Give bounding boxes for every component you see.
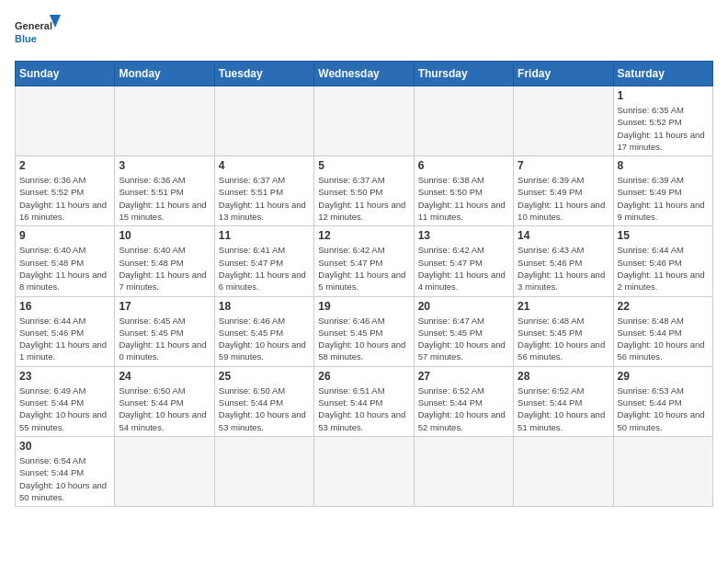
week-row-3: 16Sunrise: 6:44 AM Sunset: 5:46 PM Dayli… bbox=[16, 296, 713, 366]
calendar-cell: 27Sunrise: 6:52 AM Sunset: 5:44 PM Dayli… bbox=[414, 366, 513, 436]
day-info: Sunrise: 6:42 AM Sunset: 5:47 PM Dayligh… bbox=[318, 244, 409, 293]
day-number: 5 bbox=[318, 159, 409, 172]
calendar-cell: 9Sunrise: 6:40 AM Sunset: 5:48 PM Daylig… bbox=[16, 226, 115, 296]
day-info: Sunrise: 6:49 AM Sunset: 5:44 PM Dayligh… bbox=[19, 385, 110, 433]
week-row-2: 9Sunrise: 6:40 AM Sunset: 5:48 PM Daylig… bbox=[16, 226, 713, 296]
day-number: 28 bbox=[518, 370, 609, 383]
day-number: 18 bbox=[219, 300, 310, 313]
day-info: Sunrise: 6:42 AM Sunset: 5:47 PM Dayligh… bbox=[418, 244, 509, 293]
calendar-cell: 15Sunrise: 6:44 AM Sunset: 5:46 PM Dayli… bbox=[613, 226, 712, 296]
calendar-cell: 28Sunrise: 6:52 AM Sunset: 5:44 PM Dayli… bbox=[514, 366, 613, 436]
calendar-cell bbox=[414, 436, 513, 506]
day-number: 24 bbox=[119, 370, 210, 383]
calendar-cell bbox=[613, 436, 712, 506]
calendar-cell: 4Sunrise: 6:37 AM Sunset: 5:51 PM Daylig… bbox=[214, 156, 313, 226]
day-info: Sunrise: 6:39 AM Sunset: 5:49 PM Dayligh… bbox=[518, 174, 609, 223]
day-number: 22 bbox=[618, 300, 709, 313]
day-number: 15 bbox=[618, 229, 709, 242]
logo: GeneralBlue bbox=[15, 15, 61, 52]
weekday-header-wednesday: Wednesday bbox=[314, 62, 414, 86]
calendar-cell: 1Sunrise: 6:35 AM Sunset: 5:52 PM Daylig… bbox=[613, 86, 712, 156]
calendar-cell: 17Sunrise: 6:45 AM Sunset: 5:45 PM Dayli… bbox=[115, 296, 214, 366]
day-number: 14 bbox=[518, 229, 609, 242]
calendar-cell bbox=[314, 86, 414, 156]
day-info: Sunrise: 6:46 AM Sunset: 5:45 PM Dayligh… bbox=[219, 315, 310, 363]
weekday-header-row: SundayMondayTuesdayWednesdayThursdayFrid… bbox=[16, 62, 713, 86]
calendar-cell: 16Sunrise: 6:44 AM Sunset: 5:46 PM Dayli… bbox=[16, 296, 115, 366]
day-info: Sunrise: 6:48 AM Sunset: 5:45 PM Dayligh… bbox=[518, 315, 609, 363]
day-number: 26 bbox=[318, 370, 409, 383]
day-number: 20 bbox=[418, 300, 509, 313]
day-info: Sunrise: 6:35 AM Sunset: 5:52 PM Dayligh… bbox=[618, 104, 709, 153]
weekday-header-sunday: Sunday bbox=[16, 62, 115, 86]
calendar-cell: 12Sunrise: 6:42 AM Sunset: 5:47 PM Dayli… bbox=[314, 226, 414, 296]
day-info: Sunrise: 6:40 AM Sunset: 5:48 PM Dayligh… bbox=[119, 244, 210, 293]
week-row-4: 23Sunrise: 6:49 AM Sunset: 5:44 PM Dayli… bbox=[16, 366, 713, 436]
calendar-cell bbox=[514, 86, 613, 156]
day-number: 3 bbox=[119, 159, 210, 172]
day-number: 23 bbox=[19, 370, 110, 383]
day-number: 1 bbox=[618, 89, 709, 102]
calendar-cell bbox=[16, 86, 115, 156]
weekday-header-saturday: Saturday bbox=[613, 62, 712, 86]
day-info: Sunrise: 6:48 AM Sunset: 5:44 PM Dayligh… bbox=[618, 315, 709, 363]
day-info: Sunrise: 6:45 AM Sunset: 5:45 PM Dayligh… bbox=[119, 315, 210, 363]
day-info: Sunrise: 6:38 AM Sunset: 5:50 PM Dayligh… bbox=[418, 174, 509, 223]
day-info: Sunrise: 6:52 AM Sunset: 5:44 PM Dayligh… bbox=[518, 385, 609, 433]
day-info: Sunrise: 6:37 AM Sunset: 5:51 PM Dayligh… bbox=[219, 174, 310, 223]
weekday-header-thursday: Thursday bbox=[414, 62, 513, 86]
calendar-cell: 25Sunrise: 6:50 AM Sunset: 5:44 PM Dayli… bbox=[214, 366, 313, 436]
day-number: 30 bbox=[19, 440, 110, 453]
day-number: 11 bbox=[219, 229, 310, 242]
svg-text:Blue: Blue bbox=[15, 33, 37, 44]
day-info: Sunrise: 6:54 AM Sunset: 5:44 PM Dayligh… bbox=[19, 454, 110, 503]
calendar-cell: 8Sunrise: 6:39 AM Sunset: 5:49 PM Daylig… bbox=[613, 156, 712, 226]
day-info: Sunrise: 6:47 AM Sunset: 5:45 PM Dayligh… bbox=[418, 315, 509, 363]
day-number: 29 bbox=[618, 370, 709, 383]
weekday-header-tuesday: Tuesday bbox=[214, 62, 313, 86]
day-number: 25 bbox=[219, 370, 310, 383]
day-number: 16 bbox=[19, 300, 110, 313]
logo-svg: GeneralBlue bbox=[15, 15, 61, 52]
calendar-cell: 5Sunrise: 6:37 AM Sunset: 5:50 PM Daylig… bbox=[314, 156, 414, 226]
calendar-cell: 6Sunrise: 6:38 AM Sunset: 5:50 PM Daylig… bbox=[414, 156, 513, 226]
day-info: Sunrise: 6:46 AM Sunset: 5:45 PM Dayligh… bbox=[318, 315, 409, 363]
day-info: Sunrise: 6:53 AM Sunset: 5:44 PM Dayligh… bbox=[618, 385, 709, 433]
calendar-cell: 30Sunrise: 6:54 AM Sunset: 5:44 PM Dayli… bbox=[16, 436, 115, 506]
calendar-cell: 14Sunrise: 6:43 AM Sunset: 5:46 PM Dayli… bbox=[514, 226, 613, 296]
day-info: Sunrise: 6:37 AM Sunset: 5:50 PM Dayligh… bbox=[318, 174, 409, 223]
calendar-cell: 13Sunrise: 6:42 AM Sunset: 5:47 PM Dayli… bbox=[414, 226, 513, 296]
day-number: 6 bbox=[418, 159, 509, 172]
day-info: Sunrise: 6:52 AM Sunset: 5:44 PM Dayligh… bbox=[418, 385, 509, 433]
weekday-header-monday: Monday bbox=[115, 62, 214, 86]
day-number: 17 bbox=[119, 300, 210, 313]
day-number: 19 bbox=[318, 300, 409, 313]
day-number: 8 bbox=[618, 159, 709, 172]
calendar-cell: 21Sunrise: 6:48 AM Sunset: 5:45 PM Dayli… bbox=[514, 296, 613, 366]
week-row-5: 30Sunrise: 6:54 AM Sunset: 5:44 PM Dayli… bbox=[16, 436, 713, 506]
calendar: SundayMondayTuesdayWednesdayThursdayFrid… bbox=[15, 61, 713, 507]
day-number: 21 bbox=[518, 300, 609, 313]
day-info: Sunrise: 6:50 AM Sunset: 5:44 PM Dayligh… bbox=[219, 385, 310, 433]
header: GeneralBlue bbox=[15, 15, 713, 52]
calendar-cell: 19Sunrise: 6:46 AM Sunset: 5:45 PM Dayli… bbox=[314, 296, 414, 366]
calendar-cell bbox=[314, 436, 414, 506]
calendar-cell bbox=[514, 436, 613, 506]
calendar-cell bbox=[115, 86, 214, 156]
calendar-cell: 18Sunrise: 6:46 AM Sunset: 5:45 PM Dayli… bbox=[214, 296, 313, 366]
day-number: 7 bbox=[518, 159, 609, 172]
day-number: 4 bbox=[219, 159, 310, 172]
day-number: 13 bbox=[418, 229, 509, 242]
day-number: 9 bbox=[19, 229, 110, 242]
calendar-cell bbox=[414, 86, 513, 156]
calendar-cell: 26Sunrise: 6:51 AM Sunset: 5:44 PM Dayli… bbox=[314, 366, 414, 436]
week-row-0: 1Sunrise: 6:35 AM Sunset: 5:52 PM Daylig… bbox=[16, 86, 713, 156]
calendar-cell: 23Sunrise: 6:49 AM Sunset: 5:44 PM Dayli… bbox=[16, 366, 115, 436]
day-number: 27 bbox=[418, 370, 509, 383]
week-row-1: 2Sunrise: 6:36 AM Sunset: 5:52 PM Daylig… bbox=[16, 156, 713, 226]
calendar-cell: 24Sunrise: 6:50 AM Sunset: 5:44 PM Dayli… bbox=[115, 366, 214, 436]
day-info: Sunrise: 6:50 AM Sunset: 5:44 PM Dayligh… bbox=[119, 385, 210, 433]
calendar-cell bbox=[214, 86, 313, 156]
day-info: Sunrise: 6:44 AM Sunset: 5:46 PM Dayligh… bbox=[19, 315, 110, 363]
day-info: Sunrise: 6:39 AM Sunset: 5:49 PM Dayligh… bbox=[618, 174, 709, 223]
